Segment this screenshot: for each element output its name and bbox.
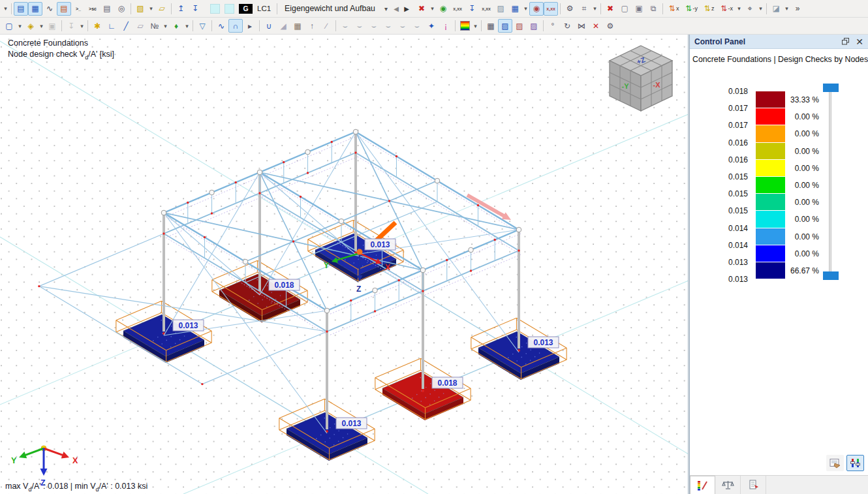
show-supports-button[interactable]: ↧ (465, 2, 479, 16)
imperfection-button[interactable]: ↑ (305, 19, 319, 33)
display-properties-button[interactable]: ⚙ (563, 2, 577, 16)
cube-face-minus-y[interactable]: -Y (622, 82, 630, 90)
insert-above-button[interactable]: ↥ (174, 2, 188, 16)
member-release-6-button[interactable]: ⌣ (410, 19, 424, 33)
wireframe-cube-button[interactable]: ▢ (617, 2, 632, 16)
data-navigator-button[interactable]: ▤ (14, 2, 28, 16)
temperature-load-button[interactable]: ¡ (439, 19, 453, 33)
adjust-wand-button[interactable]: ✦ (424, 19, 439, 33)
result-value-chevron-down-icon[interactable]: ▾ (591, 2, 598, 16)
scripting-button[interactable]: >sc (85, 2, 100, 16)
close-icon[interactable]: ✕ (856, 37, 863, 46)
new-surface-button[interactable]: ▱ (133, 19, 147, 33)
result-value-display-button[interactable]: ⌗ (577, 2, 591, 16)
tab-color-scale[interactable] (690, 476, 715, 494)
renumber-chevron-down-icon[interactable]: ▾ (162, 19, 169, 33)
section-box-button[interactable]: ◪ (769, 2, 783, 16)
member-release-5-button[interactable]: ⌣ (395, 19, 410, 33)
view-minus-x-button[interactable]: ⇅-x (718, 2, 736, 16)
edit-cube-button[interactable]: ▣ (632, 2, 646, 16)
load-case-color-swatch-1[interactable] (208, 2, 222, 16)
animation-button[interactable]: ▸ (243, 19, 257, 33)
show-load-values-button[interactable]: x,xx (450, 2, 465, 16)
save-as-button[interactable]: ▣ (45, 19, 59, 33)
mesh-active-button[interactable]: ▨ (498, 19, 512, 33)
filter-loads-chevron-down-icon[interactable]: ▾ (429, 2, 436, 16)
legend-slider-toggle-button[interactable] (846, 455, 864, 471)
zoom-cancel-button[interactable]: ✖ (603, 2, 617, 16)
mirror-objects-button[interactable]: ⋈ (574, 19, 589, 33)
member-release-1-button[interactable]: ⌣ (338, 19, 352, 33)
view-minus-y-button[interactable]: ⇅-y (683, 2, 700, 16)
insert-below-button[interactable]: ↧ (188, 2, 202, 16)
snap-settings-button[interactable]: ° (546, 19, 560, 33)
view-chevron-down-icon[interactable]: ▾ (736, 2, 743, 16)
visibility-chevron-down-icon[interactable]: ▾ (757, 2, 764, 16)
pin-chevron-down-icon[interactable]: ▾ (78, 19, 85, 33)
tables-button[interactable]: ▦ (28, 2, 42, 16)
open-model-button[interactable]: ◈ (23, 19, 38, 33)
copy-cube-button[interactable]: ⧉ (646, 2, 660, 16)
support-center-button[interactable]: ◎ (114, 2, 129, 16)
show-loads-button[interactable]: ◉ (436, 2, 450, 16)
slope-button[interactable]: ∕ (319, 19, 333, 33)
pin-objects-button[interactable]: ↧ (64, 19, 78, 33)
member-release-3-button[interactable]: ⌣ (367, 19, 381, 33)
selection-chevron-down-icon[interactable]: ▾ (147, 2, 155, 16)
special-selection-button[interactable]: ▧ (133, 2, 147, 16)
result-diagram-button[interactable]: ∿ (42, 2, 57, 16)
legend-slider-handle-top[interactable] (823, 84, 839, 92)
visibility-microscope-button[interactable]: ⌖ (743, 2, 757, 16)
next-load-case-button[interactable]: ▶ (401, 2, 412, 15)
comment-button[interactable]: ▱ (155, 2, 169, 16)
generate-objects-button[interactable]: ♦ (169, 19, 183, 33)
toolbar-options-chevron-down-icon[interactable]: ▾ (2, 2, 9, 16)
result-tables-button[interactable]: ▦ (508, 2, 522, 16)
view-settings-camera-button[interactable]: ⚙ (603, 19, 617, 33)
model-canvas[interactable]: YXZ0.0130.0180.0130.0130.0180.013YXZ+Z-Y… (0, 35, 689, 494)
color-scale-button[interactable] (457, 19, 472, 33)
delete-objects-button[interactable]: ✕ (589, 19, 603, 33)
compact-table-button[interactable]: ▤ (100, 2, 114, 16)
member-release-2-button[interactable]: ⌣ (352, 19, 367, 33)
color-scale-chevron-down-icon[interactable]: ▾ (472, 19, 479, 33)
member-release-4-button[interactable]: ⌣ (381, 19, 395, 33)
mesh-option-3-button[interactable]: ▨ (527, 19, 541, 33)
new-member-button[interactable]: ∟ (104, 19, 119, 33)
tab-smoothing-factors[interactable] (715, 476, 741, 494)
legend-slider-track[interactable] (829, 90, 831, 278)
generate-chevron-down-icon[interactable]: ▾ (183, 19, 191, 33)
show-support-values-button[interactable]: x,xx (479, 2, 493, 16)
grid-settings-button[interactable]: ▦ (484, 19, 498, 33)
open-model-chevron-down-icon[interactable]: ▾ (38, 19, 45, 33)
legend-slider-handle-bottom[interactable] (823, 271, 839, 280)
visibility-filter-button[interactable]: ▽ (195, 19, 209, 33)
cube-face-minus-x[interactable]: -X (653, 81, 661, 89)
display-rendering-button[interactable]: ∩ (228, 19, 243, 33)
panel-display-options-button[interactable] (826, 455, 844, 471)
new-node-button[interactable]: ✱ (90, 19, 104, 33)
printout-report-button[interactable]: ▤ (57, 2, 71, 16)
previous-load-case-button[interactable]: ◀ (391, 2, 401, 15)
section-box-chevron-down-icon[interactable]: ▾ (783, 2, 790, 16)
new-model-chevron-down-icon[interactable]: ▾ (16, 19, 23, 33)
new-model-button[interactable]: ▢ (2, 19, 16, 33)
surface-results-button[interactable]: ◢ (276, 19, 290, 33)
solid-display-button[interactable]: ▨ (493, 2, 508, 16)
filter-loads-button[interactable]: ✖ (414, 2, 429, 16)
mesh-option-2-button[interactable]: ▨ (512, 19, 527, 33)
load-case-color-swatch-2[interactable] (222, 2, 236, 16)
load-case-combo[interactable]: Eigengewicht und Aufbau ▾ (281, 2, 391, 16)
show-results-button[interactable]: ◉ (529, 2, 544, 16)
new-line-button[interactable]: ╱ (119, 19, 133, 33)
toolbar-overflow-chevron-down-icon[interactable]: » (790, 2, 805, 16)
float-panel-icon[interactable] (842, 36, 849, 48)
3d-viewport[interactable]: YXZ0.0130.0180.0130.0130.0180.013YXZ+Z-Y… (0, 35, 689, 494)
show-result-values-button[interactable]: x,xx (544, 2, 558, 16)
result-panel-button[interactable]: ∿ (214, 19, 228, 33)
member-diagram-button[interactable]: ∪ (262, 19, 276, 33)
result-tables-chevron-down-icon[interactable]: ▾ (522, 2, 529, 16)
tab-result-filter[interactable] (741, 476, 766, 494)
render-mode-button[interactable]: ▦ (290, 19, 305, 33)
console-button[interactable]: >_ (71, 2, 85, 16)
